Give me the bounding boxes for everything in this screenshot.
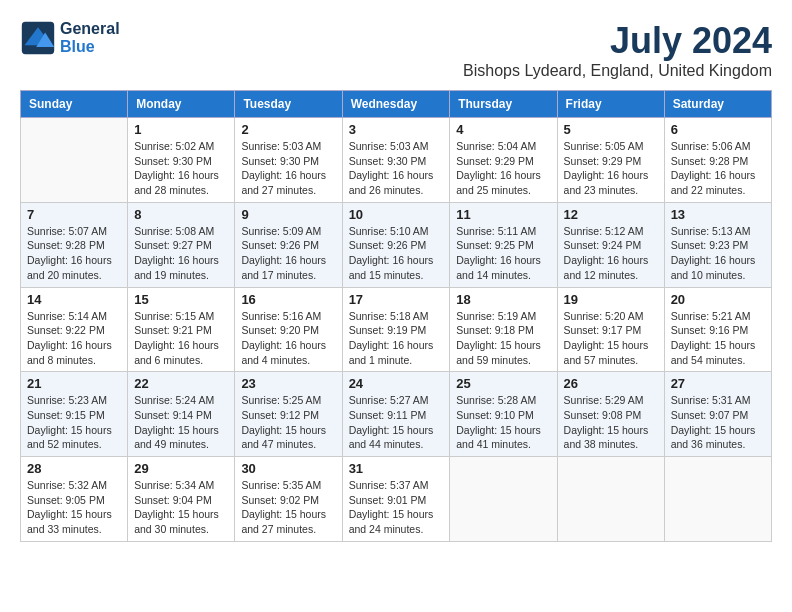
- day-number: 3: [349, 122, 444, 137]
- day-info: Sunrise: 5:21 AMSunset: 9:16 PMDaylight:…: [671, 309, 765, 368]
- day-number: 11: [456, 207, 550, 222]
- calendar-cell: 4Sunrise: 5:04 AMSunset: 9:29 PMDaylight…: [450, 118, 557, 203]
- day-number: 14: [27, 292, 121, 307]
- calendar-cell: 14Sunrise: 5:14 AMSunset: 9:22 PMDayligh…: [21, 287, 128, 372]
- day-info: Sunrise: 5:29 AMSunset: 9:08 PMDaylight:…: [564, 393, 658, 452]
- col-tuesday: Tuesday: [235, 91, 342, 118]
- calendar-week-row: 14Sunrise: 5:14 AMSunset: 9:22 PMDayligh…: [21, 287, 772, 372]
- day-info: Sunrise: 5:14 AMSunset: 9:22 PMDaylight:…: [27, 309, 121, 368]
- col-sunday: Sunday: [21, 91, 128, 118]
- day-number: 20: [671, 292, 765, 307]
- day-number: 15: [134, 292, 228, 307]
- calendar-cell: 11Sunrise: 5:11 AMSunset: 9:25 PMDayligh…: [450, 202, 557, 287]
- day-info: Sunrise: 5:11 AMSunset: 9:25 PMDaylight:…: [456, 224, 550, 283]
- day-info: Sunrise: 5:09 AMSunset: 9:26 PMDaylight:…: [241, 224, 335, 283]
- day-info: Sunrise: 5:19 AMSunset: 9:18 PMDaylight:…: [456, 309, 550, 368]
- calendar-week-row: 7Sunrise: 5:07 AMSunset: 9:28 PMDaylight…: [21, 202, 772, 287]
- day-number: 31: [349, 461, 444, 476]
- calendar-cell: 16Sunrise: 5:16 AMSunset: 9:20 PMDayligh…: [235, 287, 342, 372]
- day-number: 22: [134, 376, 228, 391]
- calendar-cell: 1Sunrise: 5:02 AMSunset: 9:30 PMDaylight…: [128, 118, 235, 203]
- calendar-cell: 23Sunrise: 5:25 AMSunset: 9:12 PMDayligh…: [235, 372, 342, 457]
- day-number: 23: [241, 376, 335, 391]
- calendar-cell: 31Sunrise: 5:37 AMSunset: 9:01 PMDayligh…: [342, 457, 450, 542]
- calendar-cell: 15Sunrise: 5:15 AMSunset: 9:21 PMDayligh…: [128, 287, 235, 372]
- col-thursday: Thursday: [450, 91, 557, 118]
- calendar-cell: 30Sunrise: 5:35 AMSunset: 9:02 PMDayligh…: [235, 457, 342, 542]
- title-area: July 2024 Bishops Lydeard, England, Unit…: [463, 20, 772, 80]
- day-number: 4: [456, 122, 550, 137]
- day-info: Sunrise: 5:32 AMSunset: 9:05 PMDaylight:…: [27, 478, 121, 537]
- day-info: Sunrise: 5:34 AMSunset: 9:04 PMDaylight:…: [134, 478, 228, 537]
- calendar-cell: 25Sunrise: 5:28 AMSunset: 9:10 PMDayligh…: [450, 372, 557, 457]
- day-number: 7: [27, 207, 121, 222]
- day-info: Sunrise: 5:08 AMSunset: 9:27 PMDaylight:…: [134, 224, 228, 283]
- logo-icon: [20, 20, 56, 56]
- main-title: July 2024: [463, 20, 772, 62]
- calendar-cell: 7Sunrise: 5:07 AMSunset: 9:28 PMDaylight…: [21, 202, 128, 287]
- day-info: Sunrise: 5:15 AMSunset: 9:21 PMDaylight:…: [134, 309, 228, 368]
- calendar-cell: 8Sunrise: 5:08 AMSunset: 9:27 PMDaylight…: [128, 202, 235, 287]
- day-number: 5: [564, 122, 658, 137]
- day-number: 28: [27, 461, 121, 476]
- day-info: Sunrise: 5:13 AMSunset: 9:23 PMDaylight:…: [671, 224, 765, 283]
- day-info: Sunrise: 5:02 AMSunset: 9:30 PMDaylight:…: [134, 139, 228, 198]
- logo: General Blue: [20, 20, 120, 56]
- day-number: 1: [134, 122, 228, 137]
- day-info: Sunrise: 5:05 AMSunset: 9:29 PMDaylight:…: [564, 139, 658, 198]
- day-info: Sunrise: 5:27 AMSunset: 9:11 PMDaylight:…: [349, 393, 444, 452]
- day-number: 16: [241, 292, 335, 307]
- day-number: 8: [134, 207, 228, 222]
- calendar-cell: [21, 118, 128, 203]
- day-info: Sunrise: 5:12 AMSunset: 9:24 PMDaylight:…: [564, 224, 658, 283]
- calendar-cell: 10Sunrise: 5:10 AMSunset: 9:26 PMDayligh…: [342, 202, 450, 287]
- col-wednesday: Wednesday: [342, 91, 450, 118]
- day-number: 24: [349, 376, 444, 391]
- day-number: 19: [564, 292, 658, 307]
- calendar-cell: [664, 457, 771, 542]
- calendar-cell: [450, 457, 557, 542]
- calendar-header-row: Sunday Monday Tuesday Wednesday Thursday…: [21, 91, 772, 118]
- day-info: Sunrise: 5:25 AMSunset: 9:12 PMDaylight:…: [241, 393, 335, 452]
- calendar-week-row: 1Sunrise: 5:02 AMSunset: 9:30 PMDaylight…: [21, 118, 772, 203]
- calendar-cell: 2Sunrise: 5:03 AMSunset: 9:30 PMDaylight…: [235, 118, 342, 203]
- day-number: 27: [671, 376, 765, 391]
- day-info: Sunrise: 5:04 AMSunset: 9:29 PMDaylight:…: [456, 139, 550, 198]
- day-number: 9: [241, 207, 335, 222]
- day-number: 2: [241, 122, 335, 137]
- day-number: 21: [27, 376, 121, 391]
- calendar-cell: 12Sunrise: 5:12 AMSunset: 9:24 PMDayligh…: [557, 202, 664, 287]
- col-friday: Friday: [557, 91, 664, 118]
- calendar-cell: 20Sunrise: 5:21 AMSunset: 9:16 PMDayligh…: [664, 287, 771, 372]
- calendar-cell: 3Sunrise: 5:03 AMSunset: 9:30 PMDaylight…: [342, 118, 450, 203]
- calendar-cell: 29Sunrise: 5:34 AMSunset: 9:04 PMDayligh…: [128, 457, 235, 542]
- day-number: 12: [564, 207, 658, 222]
- day-number: 10: [349, 207, 444, 222]
- day-info: Sunrise: 5:31 AMSunset: 9:07 PMDaylight:…: [671, 393, 765, 452]
- calendar-cell: 19Sunrise: 5:20 AMSunset: 9:17 PMDayligh…: [557, 287, 664, 372]
- day-number: 18: [456, 292, 550, 307]
- calendar-cell: 24Sunrise: 5:27 AMSunset: 9:11 PMDayligh…: [342, 372, 450, 457]
- calendar-week-row: 28Sunrise: 5:32 AMSunset: 9:05 PMDayligh…: [21, 457, 772, 542]
- day-info: Sunrise: 5:06 AMSunset: 9:28 PMDaylight:…: [671, 139, 765, 198]
- day-info: Sunrise: 5:07 AMSunset: 9:28 PMDaylight:…: [27, 224, 121, 283]
- calendar-cell: 5Sunrise: 5:05 AMSunset: 9:29 PMDaylight…: [557, 118, 664, 203]
- calendar-table: Sunday Monday Tuesday Wednesday Thursday…: [20, 90, 772, 542]
- calendar-cell: 27Sunrise: 5:31 AMSunset: 9:07 PMDayligh…: [664, 372, 771, 457]
- subtitle: Bishops Lydeard, England, United Kingdom: [463, 62, 772, 80]
- day-info: Sunrise: 5:03 AMSunset: 9:30 PMDaylight:…: [241, 139, 335, 198]
- page-header: General Blue July 2024 Bishops Lydeard, …: [20, 20, 772, 80]
- logo-text: General Blue: [60, 20, 120, 56]
- day-info: Sunrise: 5:23 AMSunset: 9:15 PMDaylight:…: [27, 393, 121, 452]
- day-number: 29: [134, 461, 228, 476]
- col-saturday: Saturday: [664, 91, 771, 118]
- calendar-cell: 17Sunrise: 5:18 AMSunset: 9:19 PMDayligh…: [342, 287, 450, 372]
- calendar-cell: 21Sunrise: 5:23 AMSunset: 9:15 PMDayligh…: [21, 372, 128, 457]
- calendar-cell: 18Sunrise: 5:19 AMSunset: 9:18 PMDayligh…: [450, 287, 557, 372]
- calendar-cell: 26Sunrise: 5:29 AMSunset: 9:08 PMDayligh…: [557, 372, 664, 457]
- calendar-cell: 9Sunrise: 5:09 AMSunset: 9:26 PMDaylight…: [235, 202, 342, 287]
- day-info: Sunrise: 5:37 AMSunset: 9:01 PMDaylight:…: [349, 478, 444, 537]
- day-number: 13: [671, 207, 765, 222]
- day-info: Sunrise: 5:28 AMSunset: 9:10 PMDaylight:…: [456, 393, 550, 452]
- day-info: Sunrise: 5:16 AMSunset: 9:20 PMDaylight:…: [241, 309, 335, 368]
